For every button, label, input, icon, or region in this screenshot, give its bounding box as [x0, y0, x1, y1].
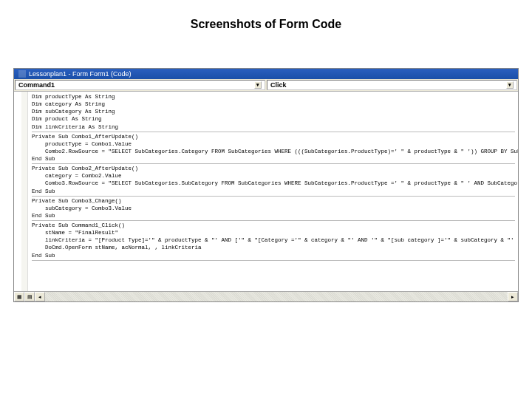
code-toolbar: Command1 ▾ Click ▾ [14, 79, 518, 92]
code-line: Dim product As String [32, 115, 515, 123]
code-line: Private Sub Combo2_AfterUpdate() [32, 165, 515, 172]
code-line: Dim productType As String [32, 93, 515, 100]
code-line: DoCmd.OpenForm stName, acNormal, , linkC… [32, 244, 515, 251]
code-line: category = Combo2.Value [32, 172, 515, 180]
proc-separator [32, 196, 515, 197]
code-editor[interactable]: Dim productType As String Dim category A… [14, 92, 518, 291]
code-line: Dim category As String [32, 100, 515, 108]
chevron-down-icon: ▾ [254, 81, 262, 89]
procedure-dropdown[interactable]: Click ▾ [267, 80, 517, 90]
code-line: Combo3.RowSource = "SELECT SubCategories… [32, 180, 515, 187]
object-dropdown-value: Command1 [18, 81, 55, 89]
scroll-left-icon[interactable]: ◂ [35, 292, 45, 301]
view-full-module-icon[interactable]: ▦ [14, 292, 24, 301]
proc-separator [32, 163, 515, 164]
code-line: End Sub [32, 212, 515, 219]
code-line: Combo2.RowSource = "SELECT SubCategories… [32, 148, 515, 155]
window-icon [18, 70, 26, 78]
code-line: stName = "FinalResult" [32, 229, 515, 236]
code-window: Lessonplan1 - Form Form1 (Code) Command1… [13, 68, 519, 302]
code-line: Private Sub Combo1_AfterUpdate() [32, 133, 515, 140]
code-line: End Sub [32, 155, 515, 163]
code-line: Private Sub Command1_Click() [32, 222, 515, 229]
scroll-track[interactable] [45, 292, 508, 301]
window-titlebar[interactable]: Lessonplan1 - Form Form1 (Code) [14, 69, 518, 79]
proc-separator [32, 220, 515, 221]
object-dropdown[interactable]: Command1 ▾ [15, 80, 265, 90]
code-line: productType = Combo1.Value [32, 140, 515, 148]
proc-separator [32, 260, 515, 261]
procedure-dropdown-value: Click [270, 81, 287, 89]
code-line: End Sub [32, 188, 515, 195]
code-line: linkCriteria = "[Product Type]='" & prod… [32, 236, 515, 244]
scroll-right-icon[interactable]: ▸ [508, 292, 518, 301]
code-line: Dim linkCriteria As String [32, 123, 515, 131]
proc-separator [32, 132, 515, 132]
view-procedure-icon[interactable]: ▤ [24, 292, 35, 301]
code-line: Private Sub Combo3_Change() [32, 197, 515, 205]
chevron-down-icon: ▾ [506, 81, 514, 89]
code-line: Dim subCategory As String [32, 108, 515, 115]
code-line: End Sub [32, 252, 515, 259]
horizontal-scrollbar[interactable]: ▦ ▤ ◂ ▸ [14, 291, 518, 301]
window-title-text: Lessonplan1 - Form Form1 (Code) [29, 70, 132, 78]
code-line: subCategory = Combo3.Value [32, 205, 515, 212]
page-title: Screenshots of Form Code [0, 0, 532, 46]
